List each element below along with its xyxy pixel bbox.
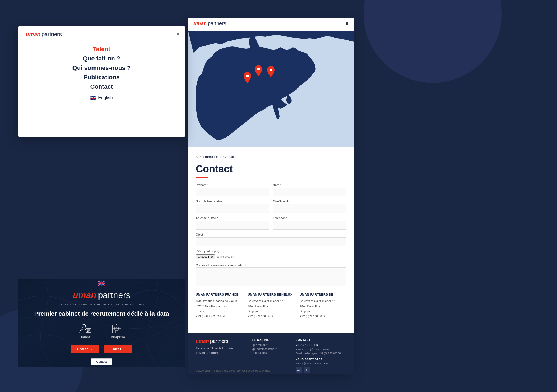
modal-logo: uman partners — [26, 31, 62, 38]
homepage-logo: uman partners — [73, 290, 130, 300]
homepage-flag — [98, 281, 105, 287]
footer-link-que-fait-on[interactable]: Que fait-on ? — [252, 344, 290, 347]
footer-copyright: © 2020 Uman Partners | Tous droits réser… — [196, 369, 271, 372]
tel-input[interactable] — [273, 221, 346, 230]
enterprise-enter-button[interactable]: Entrez → — [104, 345, 132, 353]
footer-contact-col: CONTACT NOUS APPELER France : +33 (0) 6 … — [296, 338, 346, 369]
form-row-contact: Adresse e-mail * Téléphone — [196, 216, 346, 230]
prenom-label: Prénom * — [196, 183, 269, 186]
map-section — [188, 31, 354, 147]
language-label: English — [98, 95, 113, 100]
twitter-icon[interactable]: 𝕏 — [304, 367, 310, 373]
home-icon: ⌂ — [196, 155, 198, 159]
prenom-input[interactable] — [196, 188, 269, 196]
breadcrumb-contact[interactable]: Contact — [223, 155, 235, 159]
breadcrumb-sep1: > — [199, 155, 201, 159]
svg-rect-7 — [113, 325, 121, 333]
footer-social-links: in 𝕏 — [296, 367, 346, 373]
footer-slogan: Executive Search for datadriven function… — [196, 346, 246, 355]
modal-close-button[interactable]: × — [176, 31, 180, 37]
footer-contact-title: CONTACT — [296, 338, 346, 341]
footer-link-publications[interactable]: Publications — [252, 351, 290, 354]
modal-navigation: Talent Que fait-on ? Qui sommes-nous ? P… — [29, 46, 174, 100]
header-logo-partners: partners — [208, 21, 226, 27]
footer-link-qui-sommes[interactable]: Qui sommes-nous ? — [252, 348, 290, 351]
form-row-objet: Objet — [196, 233, 346, 246]
uk-flag-icon — [90, 96, 96, 100]
language-selector[interactable]: English — [90, 95, 113, 100]
file-label: Pièce jointe (.pdf) — [196, 249, 346, 253]
office-france-title: UMAN PARTNERS FRANCE — [196, 293, 242, 296]
bg-decoration-circle-top — [364, 0, 502, 83]
homepage-contact-button[interactable]: Contact — [91, 358, 112, 365]
form-group-prenom: Prénom * — [196, 183, 269, 196]
form-row-company: Nom de l'entreprise Titre/Fonction — [196, 200, 346, 213]
homepage-icons-row: Talent Entreprise — [78, 323, 125, 339]
footer-email-text: contact@uman-partners.com — [296, 362, 346, 365]
footer-nous-appeler-title: NOUS APPELER — [296, 344, 346, 346]
svg-point-19 — [246, 75, 249, 77]
file-input[interactable] — [196, 254, 248, 259]
footer-logo-partners: partners — [210, 338, 228, 344]
footer-cabinet-col: LE CABINET Que fait-on ? Qui sommes-nous… — [252, 338, 290, 369]
nav-item-qui-sommes-nous[interactable]: Qui sommes-nous ? — [72, 64, 131, 72]
tel-label: Téléphone — [273, 216, 346, 220]
contact-page-panel: uman partners ≡ — [188, 18, 354, 374]
footer-logo-col: uman partners Executive Search for datad… — [196, 338, 246, 369]
nom-input[interactable] — [273, 188, 346, 196]
homepage-content: uman partners EXECUTIVE SEARCH FOR DATA … — [34, 281, 169, 365]
email-label: Adresse e-mail * — [196, 216, 269, 220]
office-benelux-text: Boulevard Saint Michel 47 1040 Bruxelles… — [248, 298, 294, 319]
homepage-tagline-small: EXECUTIVE SEARCH FOR DATA DRIVEN FUNCTIO… — [58, 303, 145, 306]
europe-map — [188, 31, 354, 147]
office-benelux: UMAN PARTNERS BENELUX Boulevard Saint Mi… — [248, 293, 294, 319]
nav-item-contact[interactable]: Contact — [90, 83, 113, 90]
form-group-titre: Titre/Fonction — [273, 200, 346, 213]
breadcrumb-sep2: > — [220, 155, 222, 159]
entreprise-label: Nom de l'entreprise — [196, 200, 269, 203]
objet-input[interactable] — [196, 237, 346, 246]
office-de-title: UMAN PARTNERS DE — [300, 293, 346, 296]
linkedin-icon[interactable]: in — [296, 367, 302, 373]
modal-logo-partners: partners — [41, 31, 62, 38]
form-group-tel: Téléphone — [273, 216, 346, 230]
homepage-uk-flag — [98, 281, 105, 286]
hamburger-menu[interactable]: ≡ — [345, 21, 348, 27]
contact-page-header: uman partners ≡ — [188, 18, 354, 28]
form-group-email: Adresse e-mail * — [196, 216, 269, 230]
office-benelux-title: UMAN PARTNERS BENELUX — [248, 293, 294, 296]
footer-nous-contacter-title: NOUS CONTACTER — [296, 358, 346, 361]
homepage-headline: Premier cabinet de recrutement dédié à l… — [34, 310, 169, 317]
nom-label: Nom * — [273, 183, 346, 186]
homepage-panel: uman partners EXECUTIVE SEARCH FOR DATA … — [18, 279, 185, 367]
objet-label: Objet — [196, 233, 346, 236]
offices-section: UMAN PARTNERS FRANCE 159, avenue Charles… — [188, 286, 354, 326]
talent-enter-button[interactable]: Entrez → — [71, 345, 99, 353]
footer-phone-text: France : +33 (0) 6 85 28 28 54 Benelux/A… — [296, 348, 346, 356]
enterprise-icon-item: Entreprise — [109, 323, 125, 339]
footer-section: uman partners Executive Search for datad… — [188, 333, 354, 374]
talent-label: Talent — [80, 335, 90, 339]
form-group-objet: Objet — [196, 233, 346, 246]
nav-item-publications[interactable]: Publications — [83, 74, 120, 81]
homepage-logo-partners: partners — [98, 290, 130, 300]
svg-rect-11 — [115, 331, 118, 333]
form-row-name: Prénom * Nom * — [196, 183, 346, 196]
footer-logo-uman: uman — [196, 338, 209, 344]
email-input[interactable] — [196, 221, 269, 230]
titre-input[interactable] — [273, 204, 346, 213]
entreprise-input[interactable] — [196, 204, 269, 213]
svg-point-20 — [257, 68, 260, 70]
form-group-nom: Nom * — [273, 183, 346, 196]
office-france-text: 159, avenue Charles de Gaulle 92200 Neui… — [196, 298, 242, 319]
nav-item-que-fait-on[interactable]: Que fait-on ? — [83, 55, 121, 62]
svg-point-21 — [270, 69, 272, 71]
building-icon — [110, 323, 124, 334]
office-de-text: Boulevard Saint Michel 47 1040 Bruxelles… — [300, 298, 346, 319]
footer-cabinet-title: LE CABINET — [252, 338, 290, 341]
breadcrumb-entreprise[interactable]: Entreprise — [203, 155, 218, 159]
svg-point-2 — [82, 324, 86, 328]
nav-item-talent[interactable]: Talent — [93, 46, 110, 53]
contact-title-underline — [196, 177, 208, 178]
homepage-logo-uman: uman — [73, 290, 96, 300]
